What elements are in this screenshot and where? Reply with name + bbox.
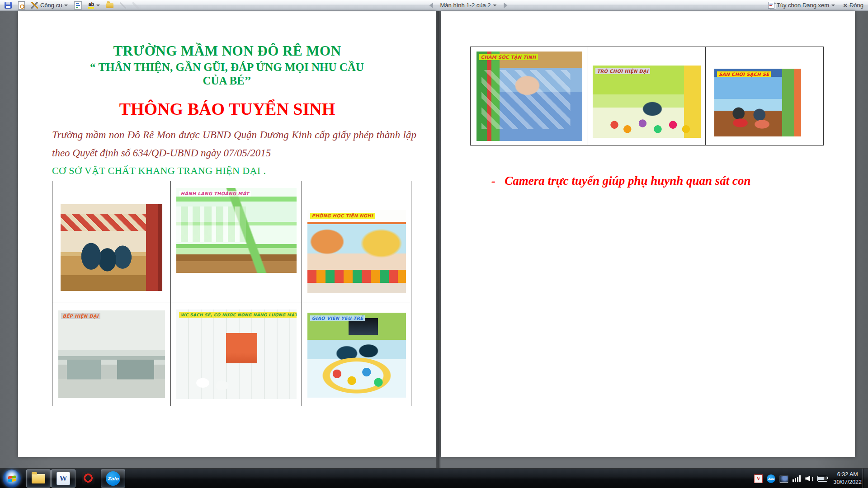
system-tray: V Zalo 6:32 AM 30/07/2022 <box>754 469 862 488</box>
taskbar: W Zalo V Zalo 6:32 AM 30/07/2022 <box>0 468 868 488</box>
taskbar-word-button[interactable]: W <box>51 469 75 488</box>
save-icon <box>5 2 12 9</box>
screen: Công cụ ab Màn hình 1-2 của 2 Tùy ch <box>0 0 868 488</box>
school-name-title: TRƯỜNG MẦM NON ĐÔ RÊ MON <box>18 43 436 59</box>
tools-button[interactable]: Công cụ <box>29 0 70 10</box>
highlight-button[interactable]: ab <box>86 0 102 10</box>
screen-position-menu[interactable]: Màn hình 1-2 của 2 <box>439 0 499 10</box>
page-divider <box>436 11 441 468</box>
tools-label: Công cụ <box>40 2 62 9</box>
photo-caption: HÀNH LANG THOÁNG MÁT <box>179 191 251 197</box>
research-button[interactable] <box>72 0 84 10</box>
license-paragraph: Trường mầm non Đô Rê Mon được UBND Quận … <box>52 126 416 162</box>
arrow-right-icon <box>504 3 508 8</box>
screen-navigation-group: Màn hình 1-2 của 2 <box>428 0 509 10</box>
next-screen-button[interactable] <box>502 0 509 10</box>
close-icon: × <box>843 2 847 9</box>
chevron-down-icon <box>493 5 497 6</box>
save-button[interactable] <box>3 0 14 10</box>
view-options-button[interactable]: Tùy chọn Dạng xem <box>766 0 837 10</box>
network-signal-icon[interactable] <box>793 475 801 482</box>
ink-marker-button[interactable] <box>131 0 141 10</box>
volume-icon[interactable] <box>805 475 813 482</box>
pen-icon <box>120 2 126 9</box>
camera-note: - Camera trực tuyến giúp phụ huynh quan … <box>491 174 751 188</box>
photo-kids-activity <box>61 204 162 291</box>
photo-cell: SÂN CHƠI SẠCH SẼ <box>706 47 823 145</box>
admission-announcement-title: THÔNG BÁO TUYỂN SINH <box>18 99 436 119</box>
toolbar-right-group: Tùy chọn Dạng xem × Đóng <box>766 0 865 10</box>
taskbar-red-emblem-app-button[interactable] <box>76 469 100 488</box>
photo-ball-pit: TRÒ CHƠI HIỆN ĐẠI <box>593 66 701 138</box>
care-photo-table: CHĂM SÓC TẬN TÌNH TRÒ CHƠI HIỆN ĐẠI SÂN … <box>470 47 824 145</box>
chevron-down-icon <box>64 5 68 6</box>
school-slogan: “ THÂN THIỆN, GẦN GŨI, ĐÁP ỨNG MỌI NHU C… <box>78 61 376 88</box>
tools-icon <box>31 2 38 9</box>
photo-caption: TRÒ CHƠI HIỆN ĐẠI <box>595 68 651 74</box>
comment-note-icon <box>106 3 113 8</box>
windows-logo-icon <box>8 475 16 482</box>
photo-cell: WC SẠCH SẼ, CÓ NƯỚC NÓNG NĂNG LƯỢNG MẶT … <box>171 302 302 406</box>
chevron-down-icon <box>831 5 835 6</box>
photo-cell: PHÒNG HỌC TIỆN NGHI <box>302 181 411 302</box>
facilities-heading: CƠ SỞ VẬT CHẤT KHANG TRANG HIỆN ĐẠI . <box>52 165 266 177</box>
taskbar-explorer-button[interactable] <box>26 469 51 488</box>
close-label: Đóng <box>849 2 863 9</box>
print-preview-icon <box>18 1 25 9</box>
photo-nap-care: CHĂM SÓC TẬN TÌNH <box>476 52 582 141</box>
photo-caption: WC SẠCH SẼ, CÓ NƯỚC NÓNG NĂNG LƯỢNG MẶT … <box>179 312 297 318</box>
zalo-icon: Zalo <box>106 471 120 486</box>
photo-caption: BẾP HIỆN ĐẠI <box>61 313 100 319</box>
page-1: TRƯỜNG MẦM NON ĐÔ RÊ MON “ THÂN THIỆN, G… <box>18 11 436 457</box>
photo-cell: CHĂM SÓC TẬN TÌNH <box>471 47 588 145</box>
battery-plugged-icon[interactable] <box>817 476 827 482</box>
display-tray-icon[interactable] <box>779 475 788 482</box>
page-2: CHĂM SÓC TẬN TÌNH TRÒ CHƠI HIỆN ĐẠI SÂN … <box>441 11 855 457</box>
arrow-left-icon <box>429 3 433 8</box>
photo-caption: GIÁO VIÊN YÊU TRẺ <box>310 315 365 321</box>
toolbar-left-group: Công cụ ab <box>3 0 141 10</box>
previous-screen-button[interactable] <box>428 0 435 10</box>
photo-caption: CHĂM SÓC TẬN TÌNH <box>479 54 538 60</box>
photo-caption: SÂN CHƠI SẠCH SẼ <box>717 71 771 77</box>
photo-pool-play: GIÁO VIÊN YÊU TRẺ <box>307 313 406 398</box>
ink-pen-button[interactable] <box>118 0 128 10</box>
word-icon: W <box>57 472 70 485</box>
chevron-down-icon <box>96 5 100 6</box>
photo-cell <box>52 181 171 302</box>
screen-position-label: Màn hình 1-2 của 2 <box>440 2 491 9</box>
marker-icon <box>132 2 139 9</box>
folder-icon <box>32 474 45 483</box>
facilities-photo-table: HÀNH LANG THOÁNG MÁT PHÒNG HỌC TIỆN NGHI… <box>52 181 411 406</box>
photo-corridor: HÀNH LANG THOÁNG MÁT <box>176 188 297 273</box>
photo-cell: TRÒ CHƠI HIỆN ĐẠI <box>588 47 706 145</box>
view-options-icon <box>768 2 774 9</box>
zalo-tray-icon[interactable]: Zalo <box>767 474 775 483</box>
print-preview-button[interactable] <box>16 0 27 10</box>
photo-cell: GIÁO VIÊN YÊU TRẺ <box>302 302 411 406</box>
close-reading-view-button[interactable]: × Đóng <box>841 0 865 10</box>
highlighter-icon: ab <box>88 2 94 9</box>
show-desktop-button[interactable] <box>863 469 868 488</box>
photo-cell: HÀNH LANG THOÁNG MÁT <box>171 181 302 302</box>
new-comment-button[interactable] <box>104 0 115 10</box>
photo-playground-mural: SÂN CHƠI SẠCH SẼ <box>714 69 801 136</box>
vietkey-tray-icon[interactable]: V <box>754 474 763 483</box>
photo-cell: BẾP HIỆN ĐẠI <box>52 302 171 406</box>
clock-time: 6:32 AM <box>833 471 862 479</box>
photo-kitchen: BẾP HIỆN ĐẠI <box>58 310 165 398</box>
taskbar-clock[interactable]: 6:32 AM 30/07/2022 <box>831 471 862 486</box>
taskbar-zalo-button[interactable]: Zalo <box>101 469 125 488</box>
start-button[interactable] <box>3 469 21 488</box>
document-workspace: TRƯỜNG MẦM NON ĐÔ RÊ MON “ THÂN THIỆN, G… <box>0 11 868 468</box>
photo-bathroom: WC SẠCH SẼ, CÓ NƯỚC NÓNG NĂNG LƯỢNG MẶT … <box>176 310 297 399</box>
photo-caption: PHÒNG HỌC TIỆN NGHI <box>310 213 375 219</box>
photo-classroom: PHÒNG HỌC TIỆN NGHI <box>307 210 406 293</box>
red-emblem-app-icon <box>82 472 94 485</box>
reading-view-toolbar: Công cụ ab Màn hình 1-2 của 2 Tùy ch <box>0 0 868 11</box>
research-icon <box>74 1 82 9</box>
clock-date: 30/07/2022 <box>833 479 862 486</box>
view-options-label: Tùy chọn Dạng xem <box>777 2 829 9</box>
